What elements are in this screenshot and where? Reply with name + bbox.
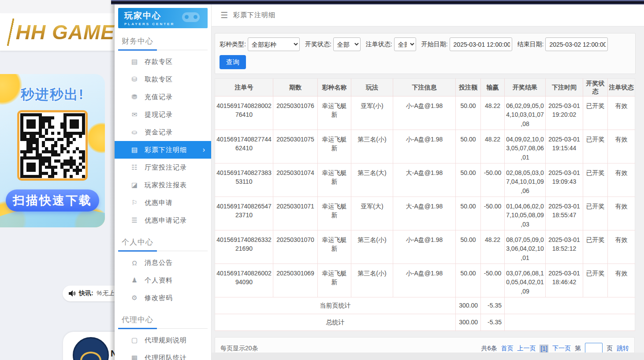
next-page-link[interactable]: 下一页 — [552, 345, 571, 353]
summary-label: 当前页统计 — [215, 297, 456, 314]
bet-cell: 08,07,05,09,03,06,04,02,10,01 — [505, 230, 546, 264]
sidebar-item-label: 资金记录 — [145, 128, 173, 137]
bet-cell: 48.22 — [481, 230, 505, 264]
start-date-input[interactable] — [450, 37, 512, 51]
draw-status-label: 开奖状态: — [305, 41, 331, 48]
bet-cell: 50.00 — [456, 96, 481, 130]
sidebar-item-profile[interactable]: ♟个人资料 — [115, 271, 211, 289]
background-top-strip — [0, 0, 115, 13]
section-underline — [118, 50, 208, 50]
sidebar-item-label: 修改密码 — [145, 294, 173, 302]
column-header: 注单状态 — [608, 79, 635, 96]
hamburger-menu-icon[interactable]: ☰ — [220, 10, 228, 20]
bet-row: 40156917408265472371020250301071幸运飞艇新亚军(… — [215, 197, 635, 230]
order-status-select[interactable]: 全部 — [394, 37, 416, 51]
background-page: HH GAME 秒进秒出! 扫描快速下载 快讯: %无上 — [0, 0, 115, 360]
sidebar-item-label: 优惠申请记录 — [145, 216, 187, 225]
scan-download-button[interactable]: 扫描快速下载 — [6, 189, 99, 212]
prev-page-link[interactable]: 上一页 — [517, 345, 536, 353]
sidebar-section: 代理中心▢代理规则说明▦代理团队统计 — [115, 310, 211, 360]
sidebar-item-funds-record[interactable]: ⛀资金记录 — [115, 123, 211, 141]
sidebar-item-label: 厅室投注记录 — [145, 163, 187, 172]
bet-cell: 20250301074 — [273, 163, 318, 197]
end-date-input[interactable] — [545, 37, 608, 51]
bet-cell: 50.00 — [456, 163, 481, 197]
bet-cell: 50.00 — [456, 264, 481, 297]
marquee-label: 快讯: — [79, 289, 93, 297]
sidebar-item-agent-team-stats[interactable]: ▦代理团队统计 — [115, 349, 211, 360]
agent-rules-icon: ▢ — [130, 336, 139, 344]
sidebar-item-agent-rules[interactable]: ▢代理规则说明 — [115, 331, 211, 349]
summary-bet-total: 300.00 — [456, 314, 481, 331]
bet-cell: 幸运飞艇新 — [318, 130, 351, 163]
sidebar-item-label: 取款专区 — [145, 75, 173, 84]
download-qr-code — [17, 110, 88, 181]
page-size-text: 每页显示20条 — [220, 345, 258, 353]
column-header: 开奖结果 — [505, 79, 546, 96]
sidebar-item-message-notice[interactable]: Ω消息公告 — [115, 254, 211, 271]
sidebar-section-title: 财务中心 — [115, 32, 211, 50]
bet-cell: 2025-03-01 18:52:12 — [546, 230, 583, 264]
bet-cell: 第三名(小) — [351, 264, 393, 297]
sidebar-item-promo-apply-record[interactable]: ☰优惠申请记录 — [115, 212, 211, 229]
bet-cell: 有效 — [608, 130, 635, 163]
sidebar-item-withdraw-record[interactable]: ✉提现记录 — [115, 106, 211, 123]
bet-cell: 50.00 — [456, 230, 481, 264]
lottery-bet-detail-icon: ▤ — [130, 146, 139, 154]
end-date-label: 结束日期: — [517, 41, 544, 48]
sidebar-item-label: 存款专区 — [145, 58, 173, 66]
search-button[interactable]: 查询 — [220, 55, 246, 69]
first-page-link[interactable]: 首页 — [501, 345, 513, 353]
sidebar-item-label: 提现记录 — [145, 111, 173, 119]
sidebar-item-hall-bet-record[interactable]: ☷厅室投注记录 — [115, 159, 211, 176]
bet-cell: 亚军(小) — [351, 96, 393, 130]
bet-cell: 有效 — [608, 197, 635, 230]
draw-status-select[interactable]: 全部 — [333, 37, 361, 51]
bet-cell: 小-A盘@1.98 — [393, 96, 456, 130]
bet-cell: 401569174082774462410 — [215, 130, 273, 163]
bet-cell: 401569174082600294090 — [215, 264, 273, 297]
speaker-icon — [69, 290, 76, 297]
summary-winloss-total: -5.35 — [481, 297, 505, 314]
bridge-icon — [80, 352, 101, 360]
bet-cell: 幸运飞艇新 — [318, 264, 351, 297]
bet-cell: 20250301071 — [273, 197, 318, 230]
sidebar-item-label: 代理规则说明 — [145, 336, 187, 345]
news-marquee: 快讯: %无上 — [63, 286, 115, 301]
bet-cell: 401569174082800276410 — [215, 96, 273, 130]
bets-table: 注单号期数彩种名称玩法下注信息投注额输赢开奖结果下注时间开奖状态注单状态 401… — [215, 78, 635, 331]
sidebar-item-lottery-bet-detail[interactable]: ▤彩票下注明细› — [115, 141, 211, 159]
bet-cell: 401569174082738353110 — [215, 163, 273, 197]
sidebar-item-recharge-record[interactable]: ⛃充值记录 — [115, 88, 211, 106]
bet-cell: 小-A盘@1.98 — [393, 264, 456, 297]
gamepad-icon — [179, 11, 203, 24]
chevron-right-icon: › — [203, 146, 205, 154]
logo-stripes-icon — [7, 19, 16, 46]
agent-team-stats-icon: ▦ — [130, 354, 139, 360]
column-header: 期数 — [273, 79, 318, 96]
bet-cell: 第三名(小) — [351, 130, 393, 163]
lottery-type-select[interactable]: 全部彩种 — [248, 37, 300, 51]
content-header: ☰ 彩票下注明细 — [212, 4, 644, 26]
sidebar-item-change-password[interactable]: ⚙修改密码 — [115, 289, 211, 307]
site-logo-band: HH GAME — [0, 13, 115, 51]
jump-go-link[interactable]: 跳转 — [617, 345, 629, 353]
sidebar-item-deposit-card[interactable]: ▤存款专区 — [115, 53, 211, 71]
sidebar-item-label: 个人资料 — [145, 276, 173, 285]
sidebar-item-withdraw-hand[interactable]: ⛁取款专区 — [115, 71, 211, 88]
hall-bet-record-icon: ☷ — [130, 163, 139, 171]
bet-cell: 50.00 — [456, 197, 481, 230]
bet-cell: 401569174082654723710 — [215, 197, 273, 230]
sidebar-item-player-bet-report[interactable]: ◪玩家投注报表 — [115, 176, 211, 194]
sidebar-item-promo-apply[interactable]: ⚐优惠申请 — [115, 194, 211, 212]
section-underline — [118, 328, 208, 329]
bet-cell: 已开奖 — [583, 96, 608, 130]
column-header: 注单号 — [215, 79, 273, 96]
player-bet-report-icon: ◪ — [130, 181, 139, 189]
withdraw-record-icon: ✉ — [130, 111, 139, 119]
bet-cell: 48.22 — [481, 96, 505, 130]
decor-blob — [86, 122, 105, 153]
promo-headline: 秒进秒出! — [0, 85, 105, 104]
bet-row: 40156917408273835311020250301074幸运飞艇新第三名… — [215, 163, 635, 197]
summary-empty-cell — [505, 314, 635, 331]
